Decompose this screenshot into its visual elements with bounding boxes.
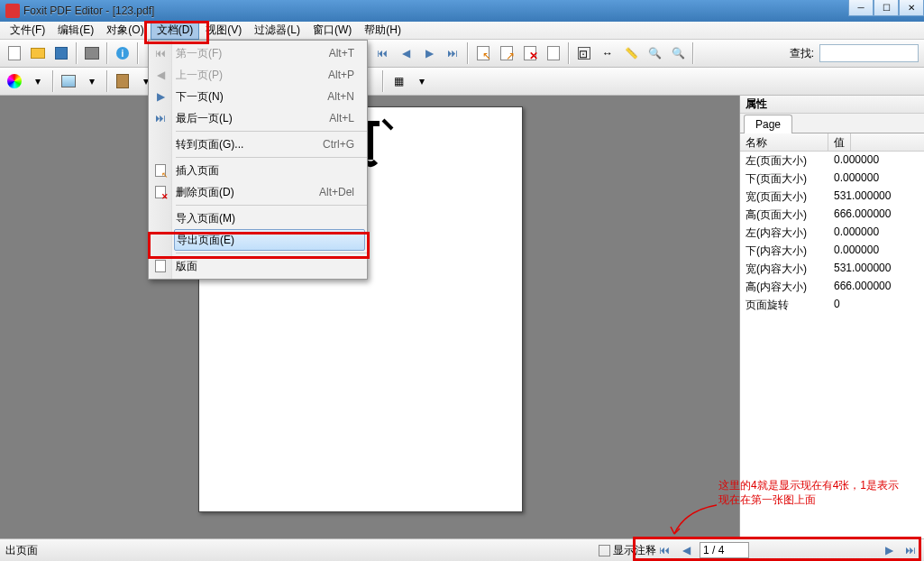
prop-value: 0.000000 [828, 224, 924, 242]
prev-icon: ◀ [402, 47, 410, 60]
menu-object[interactable]: 对象(O) [100, 21, 150, 40]
zoom-icon: ⊡ [578, 47, 590, 60]
folder-icon [31, 48, 45, 59]
tab-page[interactable]: Page [744, 115, 792, 133]
layout-icon [547, 46, 560, 60]
dd-import-page[interactable]: 导入页面(M) [172, 207, 367, 229]
export-icon: ↗ [500, 46, 513, 60]
layout-icon [152, 258, 169, 274]
nav-first-button[interactable]: ⏮ [371, 42, 393, 64]
image-icon [61, 75, 76, 87]
insert-page-icon: ↖ [152, 162, 169, 179]
dd-goto-page[interactable]: 转到页面(G)... Ctrl+G [172, 133, 367, 155]
align-button[interactable]: ▦ [388, 70, 409, 92]
menu-filter[interactable]: 过滤器(L) [248, 21, 306, 40]
paste-button[interactable] [112, 70, 133, 92]
zoom-actual-button[interactable]: 📏 [620, 42, 642, 64]
app-icon [5, 4, 20, 18]
menu-file[interactable]: 文件(F) [4, 21, 51, 40]
show-annot-checkbox[interactable] [599, 545, 610, 556]
prop-value: 666.000000 [828, 278, 924, 296]
search-input[interactable] [819, 44, 919, 62]
prop-name: 宽(内容大小) [740, 260, 828, 278]
import-page-button[interactable]: ↖ [472, 42, 494, 64]
chevron-down-icon: ▾ [419, 75, 425, 87]
zoom-fit-button[interactable]: ⊡ [573, 42, 595, 64]
delete-icon: ✕ [524, 46, 536, 60]
property-row[interactable]: 高(内容大小)666.000000 [740, 278, 924, 296]
first-icon: ⏮ [377, 47, 388, 60]
property-row[interactable]: 宽(内容大小)531.000000 [740, 260, 924, 278]
maximize-button[interactable]: ☐ [874, 0, 899, 16]
property-row[interactable]: 下(页面大小)0.000000 [740, 170, 924, 188]
prop-name: 左(内容大小) [740, 224, 828, 242]
delete-page-button[interactable]: ✕ [519, 42, 541, 64]
menu-edit[interactable]: 编辑(E) [51, 21, 100, 40]
prop-header-name: 名称 [740, 133, 828, 151]
property-row[interactable]: 下(内容大小)0.000000 [740, 242, 924, 260]
search-label: 查找: [790, 46, 814, 61]
toolbar-main: i ⏮ ◀ ▶ ⏭ ↖ ↗ ✕ ⊡ ↔ 📏 🔍 🔍 查找: [0, 40, 924, 68]
window-title: Foxit PDF Editor - [123.pdf] [23, 5, 154, 17]
canvas-area[interactable] [0, 96, 739, 538]
dd-first-page[interactable]: ⏮ 第一页(F) Alt+T [172, 42, 367, 64]
paste-icon [116, 74, 129, 88]
menu-help[interactable]: 帮助(H) [358, 21, 407, 40]
annotation-arrow [667, 503, 721, 539]
nav-last-button[interactable]: ⏭ [442, 42, 463, 64]
dd-delete-page[interactable]: ✕ 删除页面(D) Alt+Del [172, 181, 367, 203]
prop-value: 531.000000 [828, 260, 924, 278]
nav-prev-button[interactable]: ◀ [395, 42, 416, 64]
prop-name: 下(页面大小) [740, 170, 828, 188]
next-icon: ▶ [425, 47, 434, 60]
info-button[interactable]: i [112, 42, 133, 64]
zoom-out-icon: 🔍 [672, 47, 685, 60]
prop-name: 左(页面大小) [740, 152, 828, 170]
image-button[interactable] [58, 70, 79, 92]
zoom-out-button[interactable]: 🔍 [667, 42, 689, 64]
zoom-width-icon: ↔ [602, 47, 613, 60]
close-button[interactable]: ✕ [899, 0, 924, 16]
dropdown-button[interactable]: ▾ [27, 70, 49, 92]
workspace: 属性 Page 名称 值 左(页面大小)0.000000下(页面大小)0.000… [0, 96, 924, 538]
dropdown-button-2[interactable]: ▾ [81, 70, 103, 92]
import-icon: ↖ [477, 46, 489, 60]
color-button[interactable] [4, 70, 25, 92]
zoom-width-button[interactable]: ↔ [597, 42, 618, 64]
dropdown-button-4[interactable]: ▾ [411, 70, 433, 92]
titlebar: Foxit PDF Editor - [123.pdf] ─ ☐ ✕ [0, 0, 924, 22]
dd-prev-page[interactable]: ◀ 上一页(P) Alt+P [172, 64, 367, 86]
print-button[interactable] [81, 42, 103, 64]
minimize-button[interactable]: ─ [848, 0, 874, 16]
menubar: 文件(F) 编辑(E) 对象(O) 文档(D) 视图(V) 过滤器(L) 窗口(… [0, 22, 924, 40]
property-row[interactable]: 页面旋转0 [740, 296, 924, 314]
prop-value: 0.000000 [828, 152, 924, 170]
highlight-box-menu [144, 21, 209, 44]
file-icon [8, 46, 21, 60]
property-row[interactable]: 宽(页面大小)531.000000 [740, 188, 924, 206]
property-row[interactable]: 高(页面大小)666.000000 [740, 206, 924, 224]
dd-last-page[interactable]: ⏭ 最后一页(L) Alt+L [172, 107, 367, 129]
property-row[interactable]: 左(内容大小)0.000000 [740, 224, 924, 242]
new-button[interactable] [4, 42, 25, 64]
save-icon [55, 47, 68, 60]
dd-insert-page[interactable]: ↖ 插入页面 [172, 160, 367, 181]
toolbar-edit: ▾ ▾ ▾ ▦ ▾ [0, 68, 924, 96]
highlight-box-export [148, 232, 370, 259]
prop-name: 高(页面大小) [740, 206, 828, 224]
prop-header-value: 值 [828, 133, 851, 151]
menu-window[interactable]: 窗口(W) [306, 21, 358, 40]
zoom-in-button[interactable]: 🔍 [644, 42, 665, 64]
dd-next-page[interactable]: ▶ 下一页(N) Alt+N [172, 86, 367, 107]
properties-panel: 属性 Page 名称 值 左(页面大小)0.000000下(页面大小)0.000… [739, 96, 924, 538]
prev-page-icon: ◀ [152, 67, 169, 83]
layout-button[interactable] [543, 42, 564, 64]
save-button[interactable] [50, 42, 72, 64]
open-button[interactable] [27, 42, 49, 64]
chevron-down-icon: ▾ [89, 75, 95, 87]
prop-name: 宽(页面大小) [740, 188, 828, 206]
info-icon: i [116, 47, 129, 60]
export-page-button[interactable]: ↗ [496, 42, 517, 64]
property-row[interactable]: 左(页面大小)0.000000 [740, 152, 924, 170]
nav-next-button[interactable]: ▶ [418, 42, 440, 64]
